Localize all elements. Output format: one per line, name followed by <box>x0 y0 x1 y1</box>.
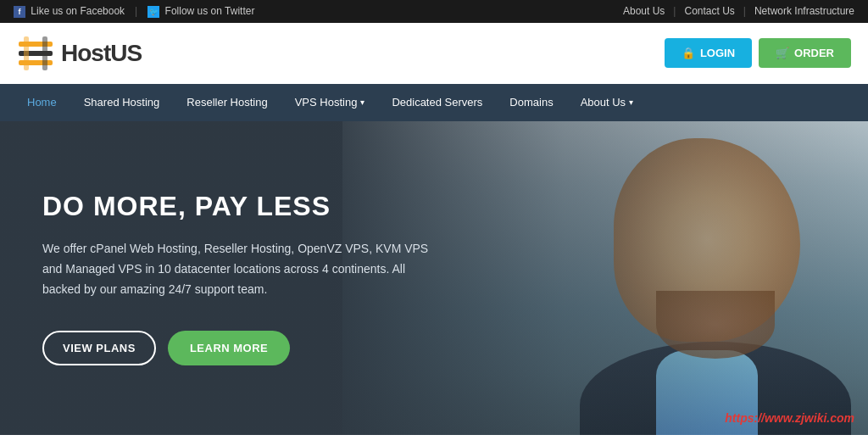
top-bar-right: About Us | Contact Us | Network Infrastr… <box>623 5 854 17</box>
facebook-icon: f <box>14 6 25 18</box>
contact-us-link[interactable]: Contact Us <box>684 5 734 17</box>
hero-title: DO MORE, PAY LESS <box>42 191 432 222</box>
nav-item-shared-hosting[interactable]: Shared Hosting <box>70 84 174 121</box>
logo-dark: US <box>110 40 142 66</box>
hero-buttons: VIEW PLANS LEARN MORE <box>42 331 432 365</box>
view-plans-button[interactable]: VIEW PLANS <box>42 331 156 365</box>
navbar: Home Shared Hosting Reseller Hosting VPS… <box>0 84 868 121</box>
hero-description: We offer cPanel Web Hosting, Reseller Ho… <box>42 239 432 299</box>
logo-icon <box>17 35 54 72</box>
logo-text: HostUS <box>61 40 142 67</box>
nav-item-domains[interactable]: Domains <box>496 84 566 121</box>
nav-item-about-us[interactable]: About Us ▾ <box>567 84 647 121</box>
nav-item-reseller-hosting[interactable]: Reseller Hosting <box>173 84 281 121</box>
nav-item-home[interactable]: Home <box>14 84 70 121</box>
svg-rect-4 <box>42 36 47 70</box>
network-link[interactable]: Network Infrastructure <box>754 5 854 17</box>
chevron-down-icon-2: ▾ <box>629 98 633 107</box>
separator1: | <box>135 5 137 17</box>
watermark: https://www.zjwiki.com <box>725 411 854 425</box>
twitter-icon: 🐦 <box>147 6 159 18</box>
header-buttons: 🔒 LOGIN 🛒 ORDER <box>665 38 851 68</box>
login-button[interactable]: 🔒 LOGIN <box>665 38 752 68</box>
facebook-link[interactable]: f Like us on Facebook <box>14 5 125 18</box>
logo-orange: Host <box>61 40 110 66</box>
chevron-down-icon: ▾ <box>360 98 364 107</box>
logo[interactable]: HostUS <box>17 35 142 72</box>
lock-icon: 🔒 <box>682 47 695 59</box>
hero-content: DO MORE, PAY LESS We offer cPanel Web Ho… <box>0 191 475 365</box>
nav-item-dedicated-servers[interactable]: Dedicated Servers <box>378 84 496 121</box>
facebook-label: Like us on Facebook <box>31 5 125 17</box>
cart-icon: 🛒 <box>776 47 789 59</box>
twitter-label: Follow us on Twitter <box>165 5 255 17</box>
order-button[interactable]: 🛒 ORDER <box>759 38 851 68</box>
learn-more-button[interactable]: LEARN MORE <box>168 331 290 365</box>
separator2: | <box>673 5 676 17</box>
hero-section: DO MORE, PAY LESS We offer cPanel Web Ho… <box>0 121 868 435</box>
top-bar: f Like us on Facebook | 🐦 Follow us on T… <box>0 0 868 23</box>
separator3: | <box>743 5 746 17</box>
twitter-link[interactable]: 🐦 Follow us on Twitter <box>147 5 254 18</box>
header: HostUS 🔒 LOGIN 🛒 ORDER <box>0 23 868 84</box>
nav-item-vps-hosting[interactable]: VPS Hosting ▾ <box>281 84 379 121</box>
svg-rect-3 <box>24 36 29 70</box>
top-bar-left: f Like us on Facebook | 🐦 Follow us on T… <box>14 5 254 18</box>
about-us-topbar-link[interactable]: About Us <box>623 5 665 17</box>
